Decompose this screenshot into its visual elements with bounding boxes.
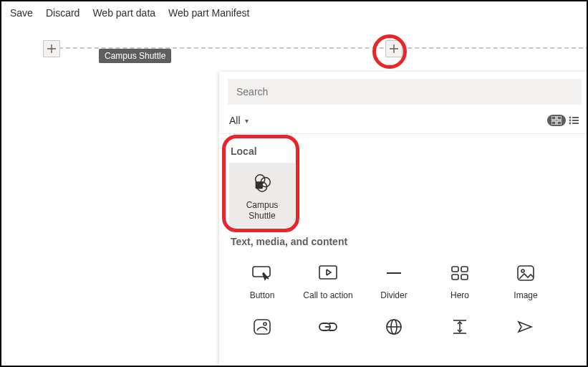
svg-rect-16 (319, 266, 337, 279)
grid-icon (551, 116, 562, 125)
tile-campus-shuttle[interactable]: S Campus Shuttle (229, 163, 295, 227)
section-title-local: Local (231, 146, 580, 157)
tile-spacer[interactable] (427, 307, 493, 350)
tile-divider[interactable]: Divider (361, 253, 427, 307)
svg-point-4 (569, 117, 572, 119)
webpart-picker: All ▾ Local (219, 72, 588, 366)
tile-label: Image (514, 290, 537, 301)
button-icon (249, 260, 275, 286)
tile-label: Hero (450, 290, 469, 301)
svg-point-25 (264, 323, 266, 325)
filter-row: All ▾ (219, 112, 588, 134)
cta-icon (315, 260, 341, 286)
chevron-down-icon: ▾ (245, 117, 249, 125)
svg-rect-5 (572, 117, 579, 118)
svg-rect-7 (572, 120, 579, 121)
picker-body[interactable]: Local S Campus Shuttle Text, medi (219, 134, 588, 366)
tile-link[interactable] (295, 307, 361, 350)
list-icon (569, 116, 579, 125)
svg-text:S: S (257, 182, 261, 189)
globe-icon (381, 314, 407, 340)
plus-icon (390, 44, 398, 53)
webpart-manifest-button[interactable]: Web part Manifest (168, 7, 249, 19)
image-gallery-icon (249, 314, 275, 340)
grid-view-toggle[interactable] (547, 115, 566, 126)
category-dropdown-label: All (229, 115, 241, 126)
tile-label: Call to action (303, 290, 352, 301)
svg-point-6 (569, 120, 572, 122)
sharepoint-icon: S (249, 170, 275, 196)
divider-icon (381, 260, 407, 286)
hero-icon (447, 260, 473, 286)
section-title-text-media: Text, media, and content (231, 236, 580, 247)
webpart-data-button[interactable]: Web part data (92, 7, 155, 19)
add-webpart-button[interactable] (385, 40, 403, 57)
svg-rect-20 (452, 275, 458, 280)
svg-rect-0 (551, 116, 556, 120)
svg-rect-9 (572, 123, 579, 124)
discard-button[interactable]: Discard (46, 7, 79, 19)
svg-rect-21 (461, 275, 468, 280)
spacer-icon (447, 314, 473, 340)
app-frame: Save Discard Web part data Web part Mani… (0, 0, 588, 367)
svg-point-8 (569, 123, 572, 125)
toolbar: Save Discard Web part data Web part Mani… (1, 1, 587, 24)
tile-image-gallery[interactable] (229, 307, 295, 350)
list-view-toggle[interactable] (567, 115, 580, 126)
canvas-area: Campus Shuttle All ▾ (1, 24, 587, 363)
search-input[interactable] (228, 79, 582, 105)
tile-stream[interactable] (493, 307, 559, 350)
local-grid: S Campus Shuttle (229, 163, 580, 227)
svg-rect-3 (557, 121, 562, 125)
svg-rect-1 (557, 116, 562, 120)
add-section-button[interactable] (43, 40, 60, 57)
webpart-tooltip: Campus Shuttle (99, 49, 171, 63)
tile-label: Divider (380, 290, 407, 301)
tile-hero[interactable]: Hero (427, 253, 493, 307)
svg-rect-19 (461, 267, 468, 272)
stream-icon (513, 314, 539, 340)
tile-image[interactable]: Image (493, 253, 559, 307)
svg-rect-18 (452, 267, 458, 272)
view-toggle (547, 115, 580, 126)
tile-call-to-action[interactable]: Call to action (295, 253, 361, 307)
tile-label: Button (250, 290, 275, 301)
link-icon (315, 314, 341, 340)
svg-point-23 (521, 270, 524, 272)
svg-rect-15 (253, 267, 270, 277)
save-button[interactable]: Save (10, 7, 33, 19)
search-wrap (219, 72, 588, 112)
tile-label: Campus Shuttle (232, 200, 292, 221)
tile-embed[interactable] (361, 307, 427, 350)
tile-button[interactable]: Button (229, 253, 295, 307)
category-dropdown[interactable]: All ▾ (229, 115, 249, 126)
image-icon (513, 260, 539, 286)
text-media-grid: Button Call to action Divider (229, 253, 580, 350)
svg-rect-2 (551, 121, 556, 125)
plus-icon (47, 44, 56, 53)
